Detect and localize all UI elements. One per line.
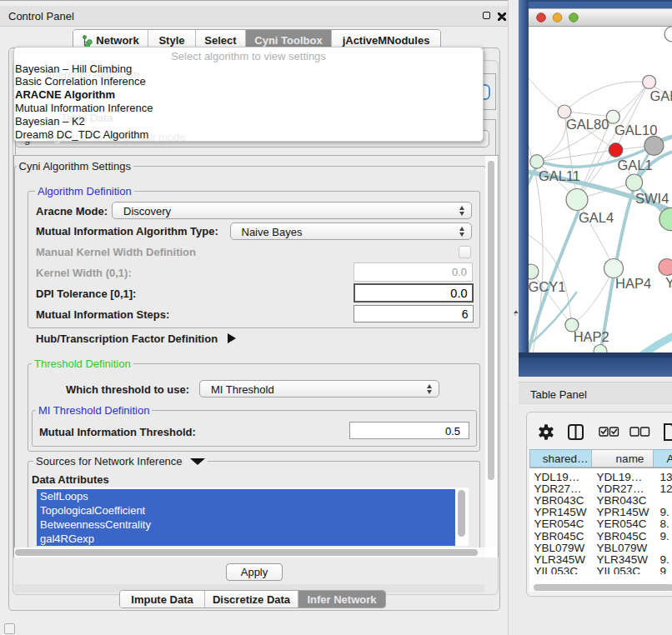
svg-text:HAP4: HAP4 [615,276,651,291]
svg-text:Y: Y [665,275,672,290]
svg-text:SWI4: SWI4 [635,191,669,206]
svg-text:GAL1: GAL1 [618,158,653,172]
svg-text:GAL80: GAL80 [566,117,609,132]
svg-text:GAL10: GAL10 [614,122,657,138]
svg-text:GAL4: GAL4 [579,210,614,225]
svg-text:HAP2: HAP2 [574,329,609,344]
svg-text:GCY1: GCY1 [529,279,565,294]
svg-text:GAL11: GAL11 [539,168,580,183]
svg-text:GAL2: GAL2 [650,88,672,103]
